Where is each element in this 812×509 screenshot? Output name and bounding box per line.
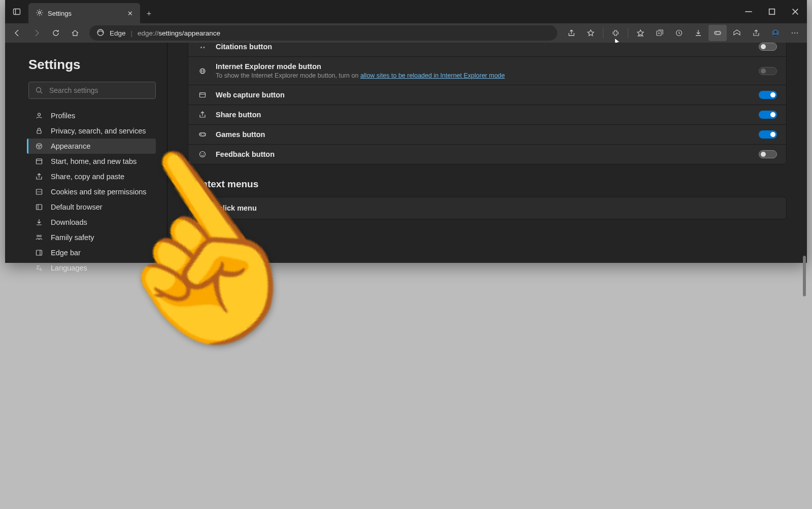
svg-point-17 <box>797 32 798 33</box>
setting-row-citations-button: Citations button <box>188 43 786 57</box>
tab-actions-icon <box>13 8 21 16</box>
svg-point-27 <box>40 191 41 192</box>
sidebar-item-label: Appearance <box>51 142 90 150</box>
forward-button[interactable] <box>27 25 46 41</box>
vertical-scrollbar[interactable] <box>803 43 806 263</box>
sidebar-item-label: Profiles <box>51 112 75 120</box>
collections-button[interactable] <box>651 25 669 41</box>
new-tab-button[interactable]: ＋ <box>140 3 157 23</box>
quote-icon <box>197 43 208 51</box>
svg-rect-0 <box>14 9 20 15</box>
sidebar-item-privacy-search-and-services[interactable]: Privacy, search, and services <box>27 123 156 139</box>
svg-point-12 <box>719 32 720 33</box>
search-placeholder: Search settings <box>49 86 98 94</box>
context-menus-heading: Context menus <box>189 179 787 190</box>
setting-label: Games button <box>216 130 265 139</box>
profile-avatar[interactable] <box>766 25 785 41</box>
start-icon <box>35 157 44 165</box>
sidebar-item-edge-bar[interactable]: Edge bar <box>27 245 156 260</box>
setting-label: Citations button <box>216 43 272 51</box>
sidebar-item-appearance[interactable]: Appearance <box>27 139 156 154</box>
setting-label: Internet Explorer mode button <box>216 62 505 71</box>
sidebar-item-label: Edge bar <box>51 249 81 257</box>
svg-point-14 <box>774 31 777 33</box>
home-button[interactable] <box>66 25 84 41</box>
svg-point-20 <box>38 113 41 116</box>
right-click-menu-row[interactable]: Right-click menu <box>188 197 787 219</box>
downloads-button[interactable] <box>689 25 707 41</box>
refresh-button[interactable] <box>47 25 65 41</box>
scrollbar-thumb[interactable] <box>803 256 806 296</box>
toggle-internet-explorer-mode-button <box>759 67 777 75</box>
toolbar-separator <box>603 28 603 38</box>
svg-point-15 <box>792 32 793 33</box>
svg-point-37 <box>204 134 205 135</box>
browser-icon <box>35 203 44 211</box>
sidebar-item-label: Languages <box>51 264 87 272</box>
search-settings-input[interactable]: Search settings <box>28 82 156 99</box>
setting-row-web-capture-button: Web capture button <box>188 85 786 105</box>
feedback-icon <box>197 150 208 158</box>
ie-mode-link[interactable]: allow sites to be reloaded in Internet E… <box>360 72 505 79</box>
toggle-web-capture-button[interactable] <box>759 91 777 99</box>
svg-point-26 <box>38 191 39 192</box>
back-button[interactable] <box>8 25 26 41</box>
settings-title: Settings <box>28 57 156 73</box>
address-separator: | <box>131 29 133 37</box>
address-brand: Edge <box>110 29 126 37</box>
sidebar-item-start-home-and-new-tabs[interactable]: Start, home, and new tabs <box>27 154 156 169</box>
sidebar-item-family-safety[interactable]: Family safety <box>27 230 156 245</box>
setting-label: Share button <box>216 111 261 119</box>
svg-point-2 <box>39 11 41 13</box>
svg-point-18 <box>37 88 41 92</box>
favorites-button[interactable] <box>631 25 650 41</box>
sidebar-item-profiles[interactable]: Profiles <box>27 108 156 123</box>
sidebar-item-downloads[interactable]: Downloads <box>27 215 156 230</box>
svg-point-35 <box>200 93 201 93</box>
history-button[interactable] <box>670 25 688 41</box>
feedback-toolbar-button[interactable] <box>728 25 746 41</box>
close-window-button[interactable] <box>784 0 807 23</box>
svg-rect-21 <box>37 130 41 133</box>
setting-row-share-button: Share button <box>188 105 786 125</box>
sidebar-item-languages[interactable]: Languages <box>27 260 156 276</box>
svg-line-19 <box>41 92 43 94</box>
toggle-citations-button[interactable] <box>759 43 777 51</box>
share-icon <box>35 173 44 181</box>
toolbar: Edge | edge://settings/appearance <box>5 23 807 43</box>
share-page-button[interactable] <box>562 25 581 41</box>
menu-button[interactable] <box>786 25 804 41</box>
minimize-button[interactable] <box>737 0 760 23</box>
svg-rect-31 <box>37 250 42 255</box>
address-url: edge://settings/appearance <box>138 29 220 37</box>
toggle-feedback-button[interactable] <box>759 150 777 158</box>
web-capture-toolbar-button[interactable] <box>747 25 765 41</box>
sidebar-item-label: Family safety <box>51 233 94 242</box>
svg-point-7 <box>97 29 104 36</box>
tab-actions-button[interactable] <box>5 0 28 23</box>
appearance-icon <box>35 142 44 150</box>
toggle-games-button[interactable] <box>759 130 777 139</box>
svg-point-16 <box>794 32 795 33</box>
svg-point-39 <box>201 153 201 154</box>
tab-settings[interactable]: Settings ✕ <box>28 3 140 23</box>
sidebar-item-share-copy-and-paste[interactable]: Share, copy and paste <box>27 169 156 184</box>
svg-rect-23 <box>37 159 42 164</box>
favorites-star-button[interactable] <box>582 25 600 41</box>
ie-icon <box>197 67 208 75</box>
gear-icon <box>36 9 44 18</box>
games-toolbar-button[interactable] <box>708 25 727 41</box>
maximize-button[interactable] <box>760 0 784 23</box>
setting-row-feedback-button: Feedback button <box>188 145 786 164</box>
sidebar-item-cookies-and-site-permissions[interactable]: Cookies and site permissions <box>27 184 156 199</box>
tab-title: Settings <box>48 10 72 17</box>
svg-point-40 <box>203 153 204 154</box>
sidebar-item-default-browser[interactable]: Default browser <box>27 199 156 215</box>
address-bar[interactable]: Edge | edge://settings/appearance <box>89 25 557 41</box>
toggle-share-button[interactable] <box>759 111 777 119</box>
tab-close-button[interactable]: ✕ <box>125 8 135 18</box>
download-icon <box>35 218 44 226</box>
sidebar-item-label: Cookies and site permissions <box>51 188 147 196</box>
svg-rect-25 <box>37 189 42 194</box>
titlebar: Settings ✕ ＋ <box>5 0 807 23</box>
